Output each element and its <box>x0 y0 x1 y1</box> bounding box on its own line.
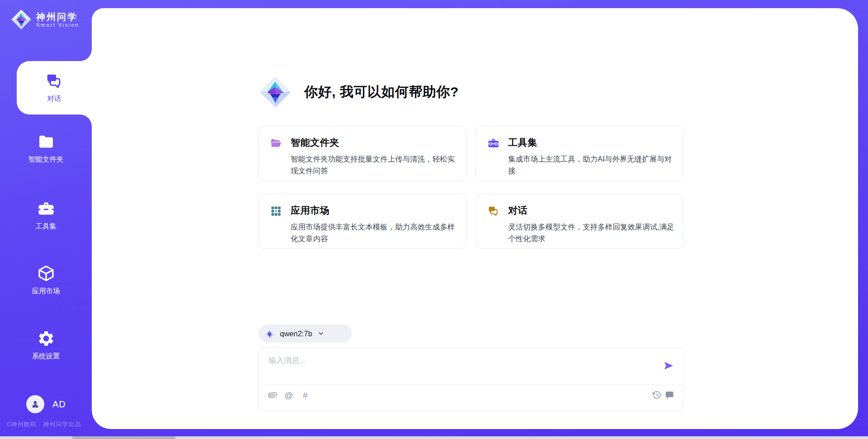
person-icon <box>30 399 40 409</box>
content-panel: 你好, 我可以如何帮助你? 智能文件夹 智能文件夹功能支持批量文件上传与清洗，轻… <box>92 8 858 429</box>
user-name: AD <box>52 399 66 410</box>
mention-icon[interactable]: @ <box>284 390 294 400</box>
sidebar-item-smart-folder[interactable]: 智能文件夹 <box>0 133 92 164</box>
card-title: 对话 <box>508 204 675 217</box>
model-logo-diamond-icon <box>264 329 275 339</box>
brand-name: 神州问学 <box>36 12 79 22</box>
card-description: 灵活切换多模型文件，支持多样回复效果调试,满足个性化需求 <box>508 221 675 244</box>
sidebar: 神州问学 Smart Vision 对话 智能文件夹 工具集 应用市场 系统设置… <box>0 0 92 439</box>
sidebar-item-label: 工具集 <box>35 222 57 231</box>
sidebar-item-chat[interactable]: 对话 <box>17 61 92 115</box>
card-description: 智能文件夹功能支持批量文件上传与清洗，轻松实现文件问答 <box>291 153 457 177</box>
card-description: 集成市场上主流工具，助力AI与外界无缝扩展与对接 <box>508 153 675 177</box>
folder-icon <box>37 133 55 151</box>
card-title: 应用市场 <box>291 204 457 217</box>
folder-open-icon <box>270 137 282 149</box>
card-chat[interactable]: 对话 灵活切换多模型文件，支持多样回复效果调试,满足个性化需求 <box>476 194 684 249</box>
card-app-market[interactable]: 应用市场 应用市场提供丰富长文本模板，助力高效生成多样化文章内容 <box>258 194 467 249</box>
composer-divider <box>259 385 684 385</box>
card-title: 智能文件夹 <box>291 136 457 149</box>
send-icon[interactable] <box>663 360 675 372</box>
tab-curve-top <box>80 49 92 61</box>
hashtag-icon[interactable]: # <box>300 390 310 400</box>
sidebar-item-settings[interactable]: 系统设置 <box>0 329 92 361</box>
cube-icon <box>37 264 55 282</box>
card-title: 工具集 <box>508 136 675 149</box>
card-smart-folder[interactable]: 智能文件夹 智能文件夹功能支持批量文件上传与清洗，轻松实现文件问答 <box>258 126 467 181</box>
app-brand: 神州问学 Smart Vision <box>11 9 79 30</box>
greeting-text: 你好, 我可以如何帮助你? <box>304 83 459 101</box>
brand-logo-diamond-icon <box>11 9 32 30</box>
sidebar-item-label: 系统设置 <box>32 352 60 361</box>
model-name: qwen2:7b <box>280 329 312 338</box>
greeting-logo-diamond-icon <box>259 75 292 109</box>
message-composer: @ # <box>258 348 684 411</box>
sidebar-item-label: 智能文件夹 <box>28 155 64 164</box>
sidebar-item-label: 对话 <box>47 94 61 104</box>
gear-icon <box>37 329 55 348</box>
chat-icon <box>45 72 63 90</box>
greeting-row: 你好, 我可以如何帮助你? <box>259 75 459 109</box>
paperclip-icon[interactable] <box>268 390 278 400</box>
avatar <box>26 395 44 413</box>
tab-curve-bottom <box>80 115 92 126</box>
message-input[interactable] <box>269 355 657 381</box>
composer-toolbar: @ # <box>268 390 675 400</box>
feature-cards: 智能文件夹 智能文件夹功能支持批量文件上传与清洗，轻松实现文件问答 工具集 集成… <box>258 126 684 249</box>
chat-icon <box>487 205 500 217</box>
user-account[interactable]: AD <box>26 395 66 413</box>
sidebar-item-label: 应用市场 <box>32 286 60 296</box>
card-description: 应用市场提供丰富长文本模板，助力高效生成多样化文章内容 <box>291 221 457 244</box>
message-square-icon[interactable] <box>665 390 675 400</box>
toolbox-icon <box>37 200 55 218</box>
sidebar-item-app-market[interactable]: 应用市场 <box>0 264 92 296</box>
apps-grid-icon <box>270 205 282 217</box>
copyright-footer: ©神州数码 · 神州问学出品 <box>6 420 81 429</box>
history-icon[interactable] <box>652 390 662 400</box>
sidebar-item-toolset[interactable]: 工具集 <box>0 200 92 231</box>
horizontal-scrollbar-thumb[interactable] <box>72 436 175 439</box>
chevron-down-icon <box>317 330 325 337</box>
card-toolset[interactable]: 工具集 集成市场上主流工具，助力AI与外界无缝扩展与对接 <box>476 126 684 181</box>
brand-tagline: Smart Vision <box>36 22 79 28</box>
model-selector[interactable]: qwen2:7b <box>259 324 352 343</box>
toolbox-icon <box>487 137 500 149</box>
